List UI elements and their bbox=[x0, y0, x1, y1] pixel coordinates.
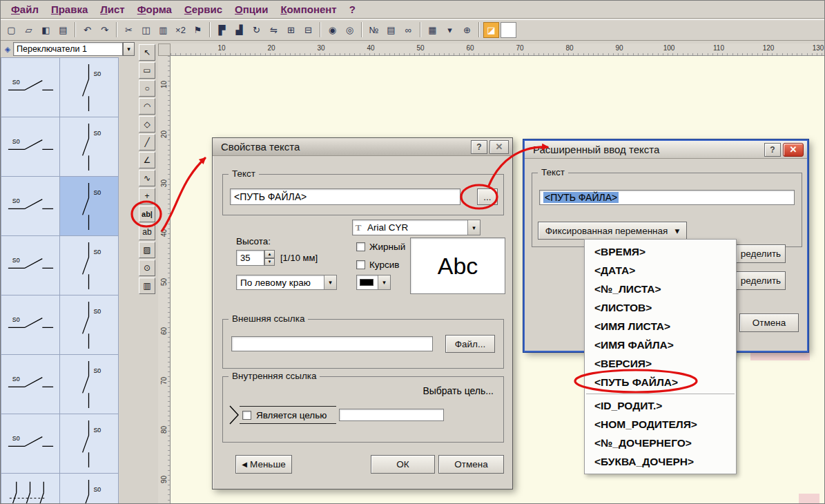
text-frame-tool[interactable]: ab bbox=[139, 224, 155, 240]
target-field[interactable] bbox=[339, 409, 444, 421]
chevron-down-icon[interactable]: ▾ bbox=[467, 220, 480, 235]
dialog1-titlebar[interactable]: Свойства текста ? ✕ bbox=[213, 138, 512, 156]
symbol-library-combo[interactable]: ◈ Переключатели 1 ▾ bbox=[2, 42, 135, 56]
copy-button[interactable]: ◫ bbox=[138, 22, 154, 38]
new-file-button[interactable]: ▢ bbox=[3, 22, 19, 38]
palette-cell[interactable]: S0 bbox=[1, 236, 60, 295]
line-tool[interactable]: ╱ bbox=[139, 134, 155, 151]
print-button[interactable]: ▤ bbox=[55, 22, 71, 38]
palette-cell[interactable]: S0 bbox=[60, 117, 119, 177]
palette-cell[interactable]: S0 bbox=[1, 414, 60, 474]
palette-cell[interactable]: S0 bbox=[1, 117, 60, 177]
palette-cell[interactable]: S0 bbox=[60, 295, 119, 355]
extended-text-input[interactable]: <ПУТЬ ФАЙЛА> bbox=[539, 190, 795, 205]
is-target-option[interactable]: Является целью bbox=[240, 406, 336, 424]
menu-item[interactable]: Сервис bbox=[178, 2, 229, 17]
fixed-variable-button[interactable]: Фиксированная переменная ▾ bbox=[538, 222, 687, 240]
polyline-tool[interactable]: ∠ bbox=[139, 152, 155, 168]
zoom-tool[interactable]: ⊙ bbox=[139, 260, 155, 276]
palette-cell[interactable]: S0 bbox=[1, 474, 60, 504]
dialog2-close-button[interactable]: ✕ bbox=[783, 143, 804, 157]
file-button[interactable]: Файл... bbox=[445, 335, 495, 353]
dialog2-help-button[interactable]: ? bbox=[764, 143, 781, 157]
send-back-button[interactable]: ▟ bbox=[231, 22, 247, 38]
italic-checkbox[interactable] bbox=[356, 260, 365, 269]
menu-item[interactable]: Компонент bbox=[274, 2, 342, 17]
cancel-button-2[interactable]: Отмена bbox=[739, 313, 799, 332]
select-tool[interactable]: ↖ bbox=[139, 44, 155, 61]
menu-item[interactable]: Правка bbox=[45, 2, 94, 17]
spinner-down-button[interactable]: ▾ bbox=[264, 258, 275, 266]
open-file-button[interactable]: ▱ bbox=[21, 22, 37, 38]
variable-menu-item[interactable]: <ДАТА> bbox=[585, 261, 736, 280]
height-value[interactable]: 35 bbox=[236, 250, 264, 266]
ok-button[interactable]: ОК bbox=[371, 455, 435, 474]
bold-option[interactable]: Жирный bbox=[356, 242, 405, 252]
variable-menu-item[interactable]: <ВЕРСИЯ> bbox=[585, 354, 736, 373]
choose-target-label[interactable]: Выбрать цель... bbox=[423, 385, 494, 396]
unlink-button[interactable]: ◎ bbox=[342, 22, 358, 38]
rectangle-tool[interactable]: ▭ bbox=[139, 62, 155, 79]
palette-cell[interactable]: S0 bbox=[1, 295, 60, 355]
palette-cell[interactable]: S0 bbox=[60, 414, 119, 474]
palette-cell[interactable]: S0 bbox=[1, 355, 60, 414]
alignment-combo[interactable]: По левому краю ▾ bbox=[236, 275, 337, 290]
height-spinner[interactable]: 35 ▴ ▾ bbox=[236, 250, 275, 266]
grid-button[interactable]: ▦ bbox=[425, 22, 440, 38]
measure-tool[interactable]: ▥ bbox=[139, 278, 155, 294]
component-highlight-button[interactable]: ◪ bbox=[483, 22, 499, 38]
symbol-library-value[interactable]: Переключатели 1 bbox=[13, 42, 123, 56]
variable-menu-item[interactable]: <ИМЯ ФАЙЛА> bbox=[585, 336, 736, 354]
menu-item[interactable]: Файл bbox=[5, 2, 45, 17]
palette-cell[interactable]: S0 bbox=[60, 58, 119, 117]
dialog1-close-button[interactable]: ✕ bbox=[489, 140, 509, 154]
spinner-up-button[interactable]: ▴ bbox=[264, 250, 275, 258]
variable-menu-item[interactable]: <БУКВА_ДОЧЕРН> bbox=[585, 452, 736, 471]
variable-menu-item[interactable]: <ПУТЬ ФАЙЛА> bbox=[585, 373, 736, 391]
zoom-window-button[interactable]: ⊕ bbox=[459, 22, 475, 38]
font-combo[interactable]: T Arial CYR ▾ bbox=[352, 220, 481, 235]
mirror-button[interactable]: ⇋ bbox=[266, 22, 282, 38]
link-button[interactable]: ◉ bbox=[324, 22, 340, 38]
undo-button[interactable]: ↶ bbox=[79, 22, 95, 38]
paste-button[interactable]: ▥ bbox=[155, 22, 171, 38]
find-button[interactable]: ∞ bbox=[400, 22, 416, 38]
menu-item[interactable]: ? bbox=[343, 2, 362, 17]
bold-checkbox[interactable] bbox=[356, 242, 365, 251]
chevron-down-icon[interactable]: ▾ bbox=[378, 275, 390, 289]
bring-front-button[interactable]: ▛ bbox=[214, 22, 230, 38]
variable-menu-item[interactable]: <ВРЕМЯ> bbox=[585, 242, 736, 261]
save-file-button[interactable]: ◧ bbox=[38, 22, 54, 38]
less-button[interactable]: ◀ Меньше bbox=[235, 455, 292, 474]
redo-button[interactable]: ↷ bbox=[97, 22, 113, 38]
node-tool[interactable]: + bbox=[139, 188, 155, 204]
palette-cell[interactable]: S0 bbox=[60, 236, 119, 295]
renumber-button[interactable]: № bbox=[366, 22, 382, 38]
arc-tool[interactable]: ◠ bbox=[139, 98, 155, 115]
menu-item[interactable]: Лист bbox=[94, 2, 130, 17]
external-link-input[interactable] bbox=[231, 336, 433, 351]
variable-menu-item[interactable]: <ИМЯ ЛИСТА> bbox=[585, 317, 736, 336]
browse-button[interactable]: ... bbox=[477, 188, 498, 205]
text-tool[interactable]: ab| bbox=[139, 206, 155, 222]
ellipse-tool[interactable]: ○ bbox=[139, 80, 155, 97]
variable-menu-item[interactable]: <ЛИСТОВ> bbox=[585, 298, 736, 317]
color-combo[interactable]: ▾ bbox=[356, 275, 391, 290]
palette-cell[interactable]: S0 bbox=[60, 177, 119, 236]
blank-button[interactable] bbox=[501, 22, 516, 38]
curve-tool[interactable]: ∿ bbox=[139, 170, 155, 186]
menu-item[interactable]: Опции bbox=[229, 2, 274, 17]
palette-cell[interactable]: S0 bbox=[1, 58, 60, 117]
is-target-checkbox[interactable] bbox=[242, 411, 251, 420]
dialog1-help-button[interactable]: ? bbox=[471, 140, 487, 154]
grid-menu-button[interactable]: ▾ bbox=[442, 22, 458, 38]
pin-button[interactable]: ⚑ bbox=[190, 22, 206, 38]
cancel-button[interactable]: Отмена bbox=[438, 455, 504, 474]
text-value-input[interactable]: <ПУТЬ ФАЙЛА> bbox=[230, 188, 460, 205]
chevron-down-icon[interactable]: ▾ bbox=[324, 275, 336, 289]
rotate-button[interactable]: ↻ bbox=[249, 22, 264, 38]
define-button-1[interactable]: ределить bbox=[736, 244, 786, 263]
group-button[interactable]: ⊞ bbox=[283, 22, 299, 38]
cut-button[interactable]: ✂ bbox=[121, 22, 137, 38]
chevron-down-icon[interactable]: ▾ bbox=[123, 42, 135, 56]
